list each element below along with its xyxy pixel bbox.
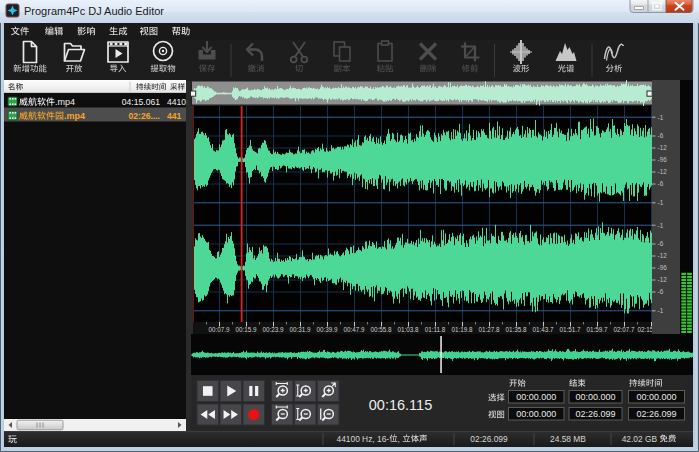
svg-text:-1: -1 (658, 199, 664, 206)
svg-text:00:23.9: 00:23.9 (262, 326, 284, 333)
svg-text:.mp4: .mp4 (55, 97, 75, 107)
svg-text:02:07.7: 02:07.7 (613, 326, 635, 333)
svg-text:00:55.8: 00:55.8 (370, 326, 392, 333)
svg-text:Program4Pc DJ Audio Editor: Program4Pc DJ Audio Editor (24, 5, 164, 17)
svg-text:-12: -12 (658, 168, 668, 175)
svg-text:04:15.061: 04:15.061 (122, 97, 160, 107)
svg-text:42.02 GB: 42.02 GB (622, 434, 658, 444)
svg-text:-1: -1 (658, 307, 664, 314)
svg-text:-96: -96 (658, 264, 668, 271)
svg-text:-6: -6 (658, 132, 664, 139)
svg-text:01:51.7: 01:51.7 (559, 326, 581, 333)
svg-text:00:07.9: 00:07.9 (208, 326, 230, 333)
svg-text:01:27.8: 01:27.8 (478, 326, 500, 333)
svg-text:02:26.099: 02:26.099 (575, 409, 615, 419)
svg-text:4410: 4410 (167, 97, 186, 107)
svg-text:,: , (398, 434, 400, 444)
svg-text:01:19.8: 01:19.8 (451, 326, 473, 333)
svg-text:02:26....: 02:26.... (128, 111, 160, 121)
svg-text:.mp4: .mp4 (64, 111, 85, 121)
svg-text:02:26.099: 02:26.099 (470, 434, 508, 444)
svg-text:-6: -6 (658, 240, 664, 247)
svg-text:44100 Hz, 16-: 44100 Hz, 16- (337, 434, 390, 444)
svg-text:00:39.9: 00:39.9 (316, 326, 338, 333)
svg-text:00:00.000: 00:00.000 (636, 392, 676, 402)
svg-text:00:31.9: 00:31.9 (289, 326, 311, 333)
svg-text:02:26.099: 02:26.099 (636, 409, 676, 419)
svg-text:00:00.000: 00:00.000 (516, 409, 556, 419)
svg-text:01:43.7: 01:43.7 (532, 326, 554, 333)
svg-text:00:47.9: 00:47.9 (343, 326, 365, 333)
svg-text:-1: -1 (658, 114, 664, 121)
svg-text:441: 441 (167, 111, 182, 121)
svg-text:24.58 MB: 24.58 MB (550, 434, 586, 444)
svg-text:01:59.7: 01:59.7 (586, 326, 608, 333)
svg-text:00:15.9: 00:15.9 (235, 326, 257, 333)
svg-text:01:11.8: 01:11.8 (425, 326, 446, 333)
svg-text:00:16.115: 00:16.115 (369, 397, 432, 413)
svg-text:00:00.000: 00:00.000 (575, 392, 615, 402)
svg-text:01:03.8: 01:03.8 (397, 326, 419, 333)
svg-text:-6: -6 (658, 288, 664, 295)
svg-text:01:35.8: 01:35.8 (505, 326, 527, 333)
svg-text:-6: -6 (658, 180, 664, 187)
svg-text:-12: -12 (658, 276, 668, 283)
svg-text:-12: -12 (658, 252, 668, 259)
svg-text:-1: -1 (658, 222, 664, 229)
svg-text:-96: -96 (658, 156, 668, 163)
svg-text:00:00.000: 00:00.000 (516, 392, 556, 402)
svg-text:-12: -12 (658, 144, 668, 151)
